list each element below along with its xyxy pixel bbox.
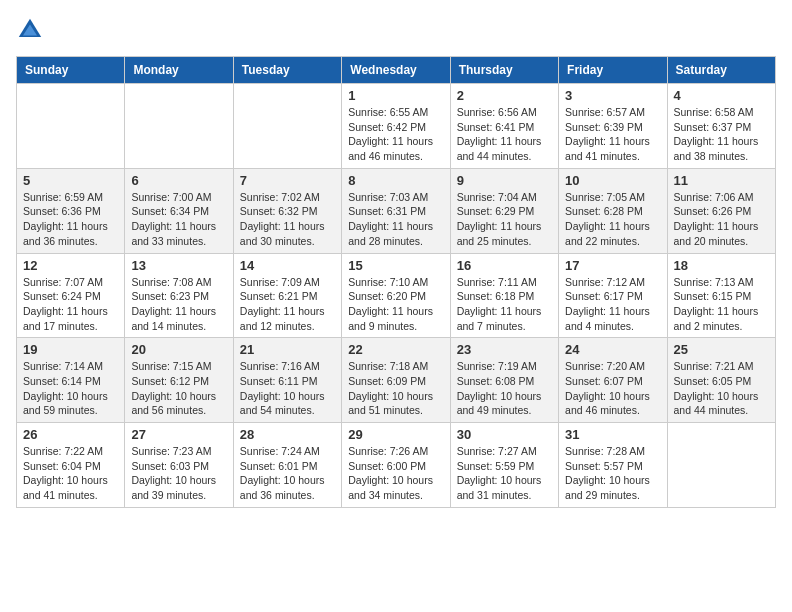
- calendar-cell: 4Sunrise: 6:58 AM Sunset: 6:37 PM Daylig…: [667, 84, 775, 169]
- day-info: Sunrise: 7:20 AM Sunset: 6:07 PM Dayligh…: [565, 359, 660, 418]
- day-number: 18: [674, 258, 769, 273]
- calendar-table: SundayMondayTuesdayWednesdayThursdayFrid…: [16, 56, 776, 508]
- day-info: Sunrise: 6:57 AM Sunset: 6:39 PM Dayligh…: [565, 105, 660, 164]
- day-number: 31: [565, 427, 660, 442]
- day-info: Sunrise: 7:09 AM Sunset: 6:21 PM Dayligh…: [240, 275, 335, 334]
- day-info: Sunrise: 7:14 AM Sunset: 6:14 PM Dayligh…: [23, 359, 118, 418]
- logo-icon: [16, 16, 44, 44]
- day-info: Sunrise: 7:04 AM Sunset: 6:29 PM Dayligh…: [457, 190, 552, 249]
- calendar-cell: 21Sunrise: 7:16 AM Sunset: 6:11 PM Dayli…: [233, 338, 341, 423]
- page-header: [16, 16, 776, 44]
- day-number: 24: [565, 342, 660, 357]
- calendar-header-friday: Friday: [559, 57, 667, 84]
- calendar-cell: 2Sunrise: 6:56 AM Sunset: 6:41 PM Daylig…: [450, 84, 558, 169]
- day-info: Sunrise: 7:12 AM Sunset: 6:17 PM Dayligh…: [565, 275, 660, 334]
- day-number: 27: [131, 427, 226, 442]
- day-number: 21: [240, 342, 335, 357]
- calendar-week-row: 26Sunrise: 7:22 AM Sunset: 6:04 PM Dayli…: [17, 423, 776, 508]
- calendar-header-monday: Monday: [125, 57, 233, 84]
- calendar-cell: 14Sunrise: 7:09 AM Sunset: 6:21 PM Dayli…: [233, 253, 341, 338]
- day-info: Sunrise: 6:59 AM Sunset: 6:36 PM Dayligh…: [23, 190, 118, 249]
- day-info: Sunrise: 7:26 AM Sunset: 6:00 PM Dayligh…: [348, 444, 443, 503]
- day-number: 13: [131, 258, 226, 273]
- day-number: 5: [23, 173, 118, 188]
- calendar-cell: 30Sunrise: 7:27 AM Sunset: 5:59 PM Dayli…: [450, 423, 558, 508]
- day-number: 6: [131, 173, 226, 188]
- calendar-cell: 11Sunrise: 7:06 AM Sunset: 6:26 PM Dayli…: [667, 168, 775, 253]
- day-number: 30: [457, 427, 552, 442]
- day-info: Sunrise: 7:07 AM Sunset: 6:24 PM Dayligh…: [23, 275, 118, 334]
- calendar-week-row: 1Sunrise: 6:55 AM Sunset: 6:42 PM Daylig…: [17, 84, 776, 169]
- day-number: 2: [457, 88, 552, 103]
- calendar-cell: 16Sunrise: 7:11 AM Sunset: 6:18 PM Dayli…: [450, 253, 558, 338]
- calendar-week-row: 19Sunrise: 7:14 AM Sunset: 6:14 PM Dayli…: [17, 338, 776, 423]
- day-info: Sunrise: 7:22 AM Sunset: 6:04 PM Dayligh…: [23, 444, 118, 503]
- day-info: Sunrise: 7:08 AM Sunset: 6:23 PM Dayligh…: [131, 275, 226, 334]
- day-info: Sunrise: 6:55 AM Sunset: 6:42 PM Dayligh…: [348, 105, 443, 164]
- calendar-cell: [233, 84, 341, 169]
- day-info: Sunrise: 7:16 AM Sunset: 6:11 PM Dayligh…: [240, 359, 335, 418]
- calendar-cell: 27Sunrise: 7:23 AM Sunset: 6:03 PM Dayli…: [125, 423, 233, 508]
- day-number: 3: [565, 88, 660, 103]
- calendar-header-row: SundayMondayTuesdayWednesdayThursdayFrid…: [17, 57, 776, 84]
- calendar-header-wednesday: Wednesday: [342, 57, 450, 84]
- calendar-header-thursday: Thursday: [450, 57, 558, 84]
- calendar-cell: [125, 84, 233, 169]
- calendar-cell: 5Sunrise: 6:59 AM Sunset: 6:36 PM Daylig…: [17, 168, 125, 253]
- calendar-cell: 29Sunrise: 7:26 AM Sunset: 6:00 PM Dayli…: [342, 423, 450, 508]
- day-number: 4: [674, 88, 769, 103]
- day-info: Sunrise: 7:11 AM Sunset: 6:18 PM Dayligh…: [457, 275, 552, 334]
- day-info: Sunrise: 7:15 AM Sunset: 6:12 PM Dayligh…: [131, 359, 226, 418]
- day-info: Sunrise: 6:58 AM Sunset: 6:37 PM Dayligh…: [674, 105, 769, 164]
- day-number: 25: [674, 342, 769, 357]
- day-number: 19: [23, 342, 118, 357]
- calendar-week-row: 5Sunrise: 6:59 AM Sunset: 6:36 PM Daylig…: [17, 168, 776, 253]
- day-number: 12: [23, 258, 118, 273]
- day-number: 20: [131, 342, 226, 357]
- calendar-cell: 20Sunrise: 7:15 AM Sunset: 6:12 PM Dayli…: [125, 338, 233, 423]
- calendar-header-sunday: Sunday: [17, 57, 125, 84]
- calendar-week-row: 12Sunrise: 7:07 AM Sunset: 6:24 PM Dayli…: [17, 253, 776, 338]
- day-info: Sunrise: 7:03 AM Sunset: 6:31 PM Dayligh…: [348, 190, 443, 249]
- day-number: 29: [348, 427, 443, 442]
- day-info: Sunrise: 7:05 AM Sunset: 6:28 PM Dayligh…: [565, 190, 660, 249]
- calendar-cell: 1Sunrise: 6:55 AM Sunset: 6:42 PM Daylig…: [342, 84, 450, 169]
- day-number: 9: [457, 173, 552, 188]
- day-info: Sunrise: 7:10 AM Sunset: 6:20 PM Dayligh…: [348, 275, 443, 334]
- day-number: 15: [348, 258, 443, 273]
- calendar-cell: 31Sunrise: 7:28 AM Sunset: 5:57 PM Dayli…: [559, 423, 667, 508]
- calendar-cell: [17, 84, 125, 169]
- calendar-header-saturday: Saturday: [667, 57, 775, 84]
- day-info: Sunrise: 7:06 AM Sunset: 6:26 PM Dayligh…: [674, 190, 769, 249]
- calendar-cell: 28Sunrise: 7:24 AM Sunset: 6:01 PM Dayli…: [233, 423, 341, 508]
- day-number: 7: [240, 173, 335, 188]
- day-info: Sunrise: 7:28 AM Sunset: 5:57 PM Dayligh…: [565, 444, 660, 503]
- calendar-cell: 7Sunrise: 7:02 AM Sunset: 6:32 PM Daylig…: [233, 168, 341, 253]
- calendar-cell: 13Sunrise: 7:08 AM Sunset: 6:23 PM Dayli…: [125, 253, 233, 338]
- calendar-cell: 23Sunrise: 7:19 AM Sunset: 6:08 PM Dayli…: [450, 338, 558, 423]
- day-info: Sunrise: 7:19 AM Sunset: 6:08 PM Dayligh…: [457, 359, 552, 418]
- calendar-cell: [667, 423, 775, 508]
- calendar-cell: 26Sunrise: 7:22 AM Sunset: 6:04 PM Dayli…: [17, 423, 125, 508]
- day-number: 14: [240, 258, 335, 273]
- calendar-cell: 17Sunrise: 7:12 AM Sunset: 6:17 PM Dayli…: [559, 253, 667, 338]
- calendar-header-tuesday: Tuesday: [233, 57, 341, 84]
- day-number: 16: [457, 258, 552, 273]
- day-info: Sunrise: 7:13 AM Sunset: 6:15 PM Dayligh…: [674, 275, 769, 334]
- day-number: 11: [674, 173, 769, 188]
- calendar-cell: 18Sunrise: 7:13 AM Sunset: 6:15 PM Dayli…: [667, 253, 775, 338]
- calendar-cell: 10Sunrise: 7:05 AM Sunset: 6:28 PM Dayli…: [559, 168, 667, 253]
- calendar-cell: 25Sunrise: 7:21 AM Sunset: 6:05 PM Dayli…: [667, 338, 775, 423]
- day-info: Sunrise: 7:21 AM Sunset: 6:05 PM Dayligh…: [674, 359, 769, 418]
- calendar-cell: 15Sunrise: 7:10 AM Sunset: 6:20 PM Dayli…: [342, 253, 450, 338]
- calendar-cell: 12Sunrise: 7:07 AM Sunset: 6:24 PM Dayli…: [17, 253, 125, 338]
- calendar-cell: 24Sunrise: 7:20 AM Sunset: 6:07 PM Dayli…: [559, 338, 667, 423]
- logo: [16, 16, 46, 44]
- day-info: Sunrise: 7:18 AM Sunset: 6:09 PM Dayligh…: [348, 359, 443, 418]
- day-number: 1: [348, 88, 443, 103]
- calendar-cell: 8Sunrise: 7:03 AM Sunset: 6:31 PM Daylig…: [342, 168, 450, 253]
- day-number: 28: [240, 427, 335, 442]
- day-info: Sunrise: 6:56 AM Sunset: 6:41 PM Dayligh…: [457, 105, 552, 164]
- day-number: 23: [457, 342, 552, 357]
- day-number: 26: [23, 427, 118, 442]
